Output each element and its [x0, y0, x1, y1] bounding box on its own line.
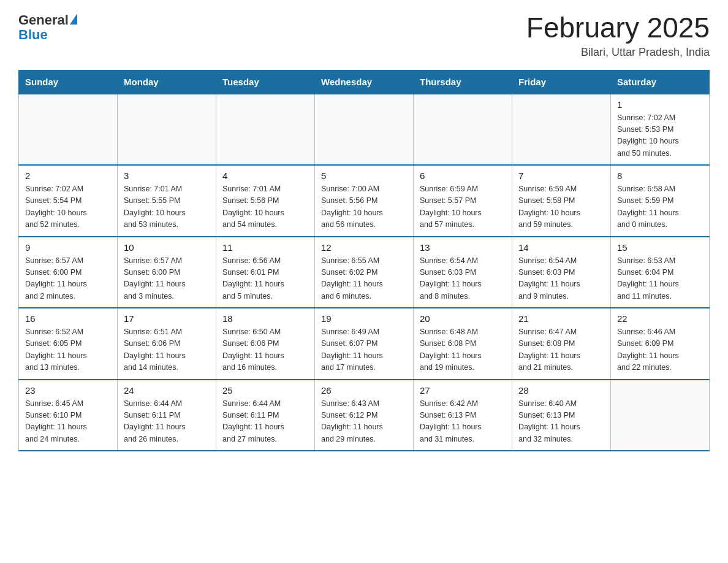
day-info: Sunrise: 6:51 AMSunset: 6:06 PMDaylight:… [124, 326, 210, 374]
day-info: Sunrise: 6:54 AMSunset: 6:03 PMDaylight:… [420, 255, 506, 303]
calendar-cell: 1Sunrise: 7:02 AMSunset: 5:53 PMDaylight… [611, 94, 710, 166]
page-title: February 2025 [526, 12, 710, 44]
weekday-header-sunday: Sunday [19, 70, 118, 94]
calendar-cell: 5Sunrise: 7:00 AMSunset: 5:56 PMDaylight… [315, 165, 414, 237]
calendar-cell: 22Sunrise: 6:46 AMSunset: 6:09 PMDayligh… [611, 308, 710, 380]
calendar-cell [216, 94, 315, 166]
calendar-cell: 24Sunrise: 6:44 AMSunset: 6:11 PMDayligh… [118, 380, 216, 451]
page-header: General Blue February 2025 Bilari, Uttar… [18, 12, 710, 59]
calendar-cell: 16Sunrise: 6:52 AMSunset: 6:05 PMDayligh… [19, 308, 118, 380]
day-number: 8 [617, 170, 703, 181]
day-number: 19 [321, 313, 407, 324]
calendar-cell: 10Sunrise: 6:57 AMSunset: 6:00 PMDayligh… [118, 237, 216, 308]
calendar-cell: 17Sunrise: 6:51 AMSunset: 6:06 PMDayligh… [118, 308, 216, 380]
day-number: 22 [617, 313, 703, 324]
day-number: 5 [321, 170, 407, 181]
day-number: 3 [124, 170, 210, 181]
calendar-cell: 11Sunrise: 6:56 AMSunset: 6:01 PMDayligh… [216, 237, 315, 308]
calendar-cell: 19Sunrise: 6:49 AMSunset: 6:07 PMDayligh… [315, 308, 414, 380]
calendar-cell: 9Sunrise: 6:57 AMSunset: 6:00 PMDaylight… [19, 237, 118, 308]
day-info: Sunrise: 6:57 AMSunset: 6:00 PMDaylight:… [124, 255, 210, 303]
day-number: 26 [321, 385, 407, 396]
calendar-cell [19, 94, 118, 166]
day-info: Sunrise: 7:02 AMSunset: 5:54 PMDaylight:… [25, 183, 111, 231]
weekday-header-monday: Monday [118, 70, 216, 94]
day-info: Sunrise: 6:50 AMSunset: 6:06 PMDaylight:… [222, 326, 308, 374]
day-info: Sunrise: 6:42 AMSunset: 6:13 PMDaylight:… [420, 398, 506, 446]
day-info: Sunrise: 6:59 AMSunset: 5:58 PMDaylight:… [518, 183, 604, 231]
week-row-5: 23Sunrise: 6:45 AMSunset: 6:10 PMDayligh… [19, 380, 710, 451]
day-number: 13 [420, 242, 506, 253]
day-info: Sunrise: 6:46 AMSunset: 6:09 PMDaylight:… [617, 326, 703, 374]
week-row-4: 16Sunrise: 6:52 AMSunset: 6:05 PMDayligh… [19, 308, 710, 380]
day-info: Sunrise: 6:54 AMSunset: 6:03 PMDaylight:… [518, 255, 604, 303]
day-info: Sunrise: 7:01 AMSunset: 5:56 PMDaylight:… [222, 183, 308, 231]
weekday-header-tuesday: Tuesday [216, 70, 315, 94]
weekday-header-row: SundayMondayTuesdayWednesdayThursdayFrid… [19, 70, 710, 94]
calendar-cell: 6Sunrise: 6:59 AMSunset: 5:57 PMDaylight… [414, 165, 512, 237]
calendar-cell: 23Sunrise: 6:45 AMSunset: 6:10 PMDayligh… [19, 380, 118, 451]
calendar-cell [512, 94, 611, 166]
calendar-cell: 4Sunrise: 7:01 AMSunset: 5:56 PMDaylight… [216, 165, 315, 237]
day-number: 23 [25, 385, 111, 396]
calendar-cell: 21Sunrise: 6:47 AMSunset: 6:08 PMDayligh… [512, 308, 611, 380]
day-info: Sunrise: 7:02 AMSunset: 5:53 PMDaylight:… [617, 112, 703, 160]
day-number: 12 [321, 242, 407, 253]
day-info: Sunrise: 7:01 AMSunset: 5:55 PMDaylight:… [124, 183, 210, 231]
day-number: 9 [25, 242, 111, 253]
calendar-cell: 25Sunrise: 6:44 AMSunset: 6:11 PMDayligh… [216, 380, 315, 451]
calendar-table: SundayMondayTuesdayWednesdayThursdayFrid… [18, 70, 710, 452]
day-number: 25 [222, 385, 308, 396]
logo-general-text: General [18, 12, 69, 28]
day-info: Sunrise: 6:57 AMSunset: 6:00 PMDaylight:… [25, 255, 111, 303]
calendar-cell: 18Sunrise: 6:50 AMSunset: 6:06 PMDayligh… [216, 308, 315, 380]
calendar-cell: 14Sunrise: 6:54 AMSunset: 6:03 PMDayligh… [512, 237, 611, 308]
day-number: 11 [222, 242, 308, 253]
day-info: Sunrise: 6:44 AMSunset: 6:11 PMDaylight:… [124, 398, 210, 446]
calendar-cell: 3Sunrise: 7:01 AMSunset: 5:55 PMDaylight… [118, 165, 216, 237]
weekday-header-friday: Friday [512, 70, 611, 94]
calendar-cell: 20Sunrise: 6:48 AMSunset: 6:08 PMDayligh… [414, 308, 512, 380]
calendar-cell [118, 94, 216, 166]
day-info: Sunrise: 6:55 AMSunset: 6:02 PMDaylight:… [321, 255, 407, 303]
day-number: 10 [124, 242, 210, 253]
week-row-2: 2Sunrise: 7:02 AMSunset: 5:54 PMDaylight… [19, 165, 710, 237]
day-info: Sunrise: 6:59 AMSunset: 5:57 PMDaylight:… [420, 183, 506, 231]
day-number: 20 [420, 313, 506, 324]
day-info: Sunrise: 6:40 AMSunset: 6:13 PMDaylight:… [518, 398, 604, 446]
day-info: Sunrise: 6:49 AMSunset: 6:07 PMDaylight:… [321, 326, 407, 374]
logo-blue-text: Blue [18, 27, 48, 43]
calendar-cell: 8Sunrise: 6:58 AMSunset: 5:59 PMDaylight… [611, 165, 710, 237]
calendar-cell: 15Sunrise: 6:53 AMSunset: 6:04 PMDayligh… [611, 237, 710, 308]
day-number: 27 [420, 385, 506, 396]
day-number: 15 [617, 242, 703, 253]
calendar-cell [414, 94, 512, 166]
day-info: Sunrise: 6:48 AMSunset: 6:08 PMDaylight:… [420, 326, 506, 374]
day-number: 14 [518, 242, 604, 253]
day-number: 17 [124, 313, 210, 324]
day-info: Sunrise: 6:45 AMSunset: 6:10 PMDaylight:… [25, 398, 111, 446]
calendar-cell: 7Sunrise: 6:59 AMSunset: 5:58 PMDaylight… [512, 165, 611, 237]
calendar-cell: 13Sunrise: 6:54 AMSunset: 6:03 PMDayligh… [414, 237, 512, 308]
day-number: 28 [518, 385, 604, 396]
day-info: Sunrise: 6:43 AMSunset: 6:12 PMDaylight:… [321, 398, 407, 446]
week-row-3: 9Sunrise: 6:57 AMSunset: 6:00 PMDaylight… [19, 237, 710, 308]
week-row-1: 1Sunrise: 7:02 AMSunset: 5:53 PMDaylight… [19, 94, 710, 166]
day-number: 21 [518, 313, 604, 324]
day-number: 2 [25, 170, 111, 181]
calendar-cell: 27Sunrise: 6:42 AMSunset: 6:13 PMDayligh… [414, 380, 512, 451]
logo-triangle-icon [70, 13, 77, 25]
day-info: Sunrise: 6:44 AMSunset: 6:11 PMDaylight:… [222, 398, 308, 446]
calendar-cell: 26Sunrise: 6:43 AMSunset: 6:12 PMDayligh… [315, 380, 414, 451]
day-number: 7 [518, 170, 604, 181]
day-number: 4 [222, 170, 308, 181]
day-info: Sunrise: 6:56 AMSunset: 6:01 PMDaylight:… [222, 255, 308, 303]
weekday-header-saturday: Saturday [611, 70, 710, 94]
calendar-cell: 2Sunrise: 7:02 AMSunset: 5:54 PMDaylight… [19, 165, 118, 237]
logo: General Blue [18, 12, 77, 43]
calendar-cell [315, 94, 414, 166]
calendar-cell: 12Sunrise: 6:55 AMSunset: 6:02 PMDayligh… [315, 237, 414, 308]
calendar-cell [611, 380, 710, 451]
day-number: 16 [25, 313, 111, 324]
day-number: 6 [420, 170, 506, 181]
